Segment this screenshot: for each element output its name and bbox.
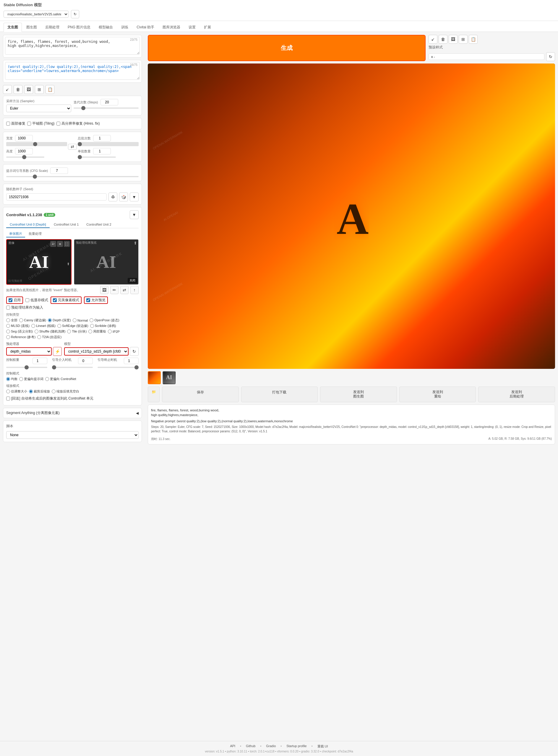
arrow-left-button[interactable]: ↙ (3, 85, 12, 94)
face-fix-checkbox-label[interactable]: 面部修复 (6, 121, 25, 126)
control-type-lineart[interactable]: Lineart (线稿) (31, 324, 55, 328)
control-type-reference[interactable]: Reference (参考) (6, 335, 35, 339)
right-grid-button[interactable]: ⊞ (459, 35, 467, 44)
swap-icon-btn[interactable]: ⇄ (120, 286, 129, 294)
zip-download-button[interactable]: 打包下载 (241, 386, 318, 402)
control-type-mlsd-radio[interactable] (6, 324, 10, 328)
cfg-input[interactable] (50, 167, 68, 174)
control-type-openpose-radio[interactable] (90, 318, 93, 322)
script-select[interactable]: None (6, 431, 138, 439)
photo-icon-btn[interactable]: 🖼 (100, 286, 108, 294)
resize-mode-crop[interactable]: 裁剪后缩放 (29, 389, 50, 394)
hires-fix-checkbox[interactable] (56, 122, 60, 126)
footer-github-link[interactable]: Github (246, 744, 255, 749)
width-input[interactable] (15, 135, 33, 141)
control-type-ip2p-radio[interactable] (108, 329, 112, 333)
allow-preview-checkbox[interactable] (86, 298, 90, 302)
batch-count-input[interactable] (93, 135, 111, 141)
width-slider[interactable] (6, 142, 67, 146)
send-to-img2img-button[interactable]: 发送到 图生图 (320, 386, 397, 402)
tab-merge[interactable]: 模型融合 (95, 23, 117, 32)
file-button[interactable]: 📋 (46, 85, 54, 94)
tab-txt2img[interactable]: 文生图 (3, 23, 22, 32)
controlnet-collapse-button[interactable]: ▼ (130, 210, 138, 219)
preprocessor-select[interactable]: depth_midas (6, 347, 52, 356)
control-type-inpaint-radio[interactable] (88, 329, 92, 333)
tiling-checkbox-label[interactable]: 平铺图 (Tiling) (27, 121, 55, 126)
seed-input[interactable] (6, 193, 107, 200)
allow-preview-checkbox-label[interactable]: 允许预览 (84, 296, 108, 304)
footer-startup-link[interactable]: Startup profile (286, 744, 306, 749)
control-type-openpose[interactable]: OpenPose (姿态) (90, 318, 119, 323)
negative-prompt-input[interactable]: (worst quality:2),(low quality:2),(norma… (5, 62, 140, 80)
control-type-mlsd[interactable]: MLSD (直线) (6, 324, 30, 328)
sampler-select[interactable]: Euler (6, 105, 71, 112)
control-type-t2ia[interactable]: T2IA (自适应) (37, 335, 61, 339)
control-mode-balanced-radio[interactable] (6, 377, 10, 381)
steps-slider[interactable] (74, 107, 138, 109)
preprocess-input-checkbox[interactable] (6, 306, 10, 309)
upload-tab-single[interactable]: 单张图片 (6, 231, 25, 238)
guidance-start-slider[interactable] (52, 367, 93, 368)
control-type-softedge-radio[interactable] (57, 324, 61, 328)
resize-mode-fill-radio[interactable] (52, 389, 55, 394)
thumbnail-ai[interactable]: AI (162, 371, 176, 384)
positive-prompt-input[interactable]: fire, flames, flames, forest, wood,burni… (5, 37, 140, 55)
segment-anything-section[interactable]: Segment Anything (分离图像元素) ◀ (3, 408, 142, 418)
send-to-extras-button[interactable]: 发送到 后期处理 (478, 386, 555, 402)
cn-model-select[interactable]: control_v11f1p_sd15_depth [cfd0 (64, 347, 129, 356)
perfect-pixel-checkbox[interactable] (53, 298, 57, 302)
height-slider[interactable] (6, 157, 44, 158)
generate-button[interactable]: 生成 (148, 35, 426, 61)
save-button[interactable]: 保存 (162, 386, 239, 402)
refresh-model-button[interactable]: ↻ (71, 10, 79, 18)
right-file-button[interactable]: 📋 (469, 35, 478, 44)
control-weight-input[interactable] (32, 358, 47, 364)
low-vram-checkbox-label[interactable]: 低显存模式 (25, 296, 48, 304)
seed-random-button[interactable]: 🎲 (119, 192, 128, 201)
control-type-canny[interactable]: Canny (硬边缘) (19, 318, 46, 323)
tab-img2img[interactable]: 图生图 (22, 23, 41, 32)
cn-model-refresh-button[interactable]: ↻ (130, 347, 138, 356)
cfg-slider[interactable] (6, 176, 138, 177)
cn-tab-2[interactable]: ControlNet Unit 2 (83, 221, 115, 228)
control-type-canny-radio[interactable] (19, 318, 23, 322)
batch-count-slider[interactable] (78, 142, 138, 146)
control-type-normal[interactable]: Normal (73, 318, 88, 322)
control-type-seg-radio[interactable] (6, 329, 10, 333)
batch-size-input[interactable] (93, 148, 111, 155)
control-mode-controlnet[interactable]: 更偏向 ControlNet (45, 377, 76, 381)
height-input[interactable] (15, 148, 33, 155)
seed-recycle-button[interactable]: ♻ (108, 192, 117, 201)
close-preview-button[interactable]: 关闭 (128, 278, 137, 283)
right-trash-button[interactable]: 🗑 (438, 35, 448, 44)
tiling-checkbox[interactable] (27, 122, 31, 126)
control-type-scribble[interactable]: Scribble (涂鸦) (90, 324, 116, 328)
steps-input[interactable] (101, 99, 118, 105)
control-type-tile[interactable]: Tile (分块) (67, 329, 86, 334)
enable-checkbox-label[interactable]: 启用 (6, 296, 23, 304)
run-preprocessor-button[interactable]: ⚡ (53, 347, 62, 356)
hires-fix-checkbox-label[interactable]: 高分辨率修复 (Hires. fix) (56, 121, 100, 126)
loopback-checkbox-label[interactable]: [回送] 自动将生成后的图像发送到此 ControlNet 单元 (6, 396, 138, 401)
control-mode-prompt[interactable]: 更偏向提示词 (19, 377, 44, 381)
control-type-scribble-radio[interactable] (90, 324, 94, 328)
control-type-all-radio[interactable] (6, 318, 10, 322)
preset-style-input[interactable] (429, 53, 544, 60)
image-button[interactable]: 🖼 (24, 85, 33, 94)
control-type-tile-radio[interactable] (67, 329, 71, 333)
control-type-all[interactable]: 全部 (6, 318, 18, 323)
tab-gallery[interactable]: 图库浏览器 (159, 23, 184, 32)
control-type-lineart-radio[interactable] (31, 324, 35, 328)
control-mode-balanced[interactable]: 均衡 (6, 377, 18, 381)
footer-api-link[interactable]: API (230, 744, 235, 749)
control-type-ip2p[interactable]: IP2P (108, 329, 120, 333)
control-type-shuffle-radio[interactable] (34, 329, 39, 333)
preprocess-input-label[interactable]: 预处理结果作为输入 (6, 305, 138, 310)
low-vram-checkbox[interactable] (25, 298, 29, 302)
up-icon-btn[interactable]: ↑ (130, 286, 138, 294)
resize-mode-just-resize-radio[interactable] (6, 389, 10, 394)
control-type-depth[interactable]: Depth (深度) (48, 318, 71, 323)
footer-reload-link[interactable]: 重载 UI (318, 744, 328, 749)
control-type-t2ia-radio[interactable] (37, 335, 41, 339)
